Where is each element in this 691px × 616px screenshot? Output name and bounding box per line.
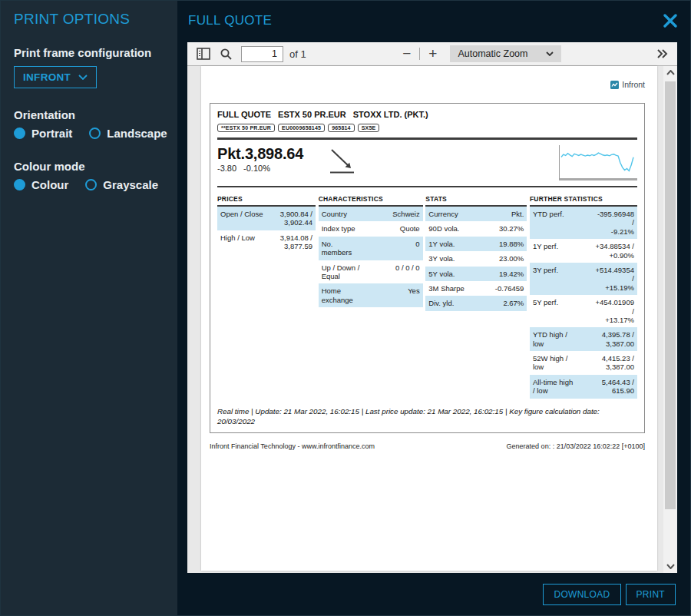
table-row: YTD high / low4,395.78 / 3,387.00 — [530, 327, 637, 351]
row-value: 4,395.78 / 3,387.00 — [602, 330, 634, 348]
column-header: FURTHER STATISTICS — [530, 193, 637, 207]
column-header: CHARACTERISTICS — [319, 193, 423, 207]
radio-colour-label: Colour — [31, 178, 68, 191]
zoom-out-icon[interactable]: − — [398, 47, 415, 61]
row-value: Yes — [408, 286, 420, 304]
table-row: 3Y vola.23.00% — [425, 251, 527, 266]
frame-config-value: INFRONT — [23, 71, 71, 83]
table-row: 5Y vola.19.42% — [425, 267, 527, 281]
row-value: 5,464.43 / 615.90 — [602, 378, 634, 396]
price-row: Pkt.3,898.64 -3.80 -0.10% — [217, 145, 637, 180]
table-row: YTD perf.-395.96948 / -9.21% — [530, 207, 637, 239]
table-row: 3Y perf.+514.49354 / +15.19% — [530, 263, 637, 295]
radio-portrait-label: Portrait — [31, 127, 72, 140]
change-percent: -0.10% — [243, 164, 270, 173]
download-button[interactable]: DOWNLOAD — [543, 584, 620, 605]
row-label: Div. yld. — [428, 299, 454, 307]
vertical-scrollbar[interactable] — [663, 66, 677, 573]
column-header: PRICES — [217, 193, 316, 207]
row-label: Open / Close — [220, 210, 263, 227]
quote-title-row: FULL QUOTE ESTX 50 PR.EUR STOXX LTD. (PK… — [217, 110, 637, 119]
down-trend-arrow-icon — [326, 147, 357, 175]
column-header: STATS — [425, 193, 527, 207]
symbol-chip: EU0009658145 — [278, 124, 325, 132]
radio-grayscale[interactable]: Grayscale — [85, 178, 158, 191]
table-row: 3M Sharpe-0.76459 — [425, 281, 527, 296]
row-value: -395.96948 / -9.21% — [597, 210, 634, 236]
frame-config-label: Print frame configuration — [14, 46, 164, 59]
row-label: No. members — [322, 240, 352, 257]
table-row: CountrySchweiz — [319, 207, 423, 221]
table-row: CurrencyPkt. — [425, 207, 527, 221]
row-label: Home exchange — [322, 286, 353, 304]
close-icon[interactable] — [663, 14, 677, 28]
brand-name: Infront — [622, 80, 645, 89]
symbol-chip: 965814 — [328, 124, 355, 132]
brand-row: Infront — [210, 80, 645, 89]
row-label: Country — [322, 210, 347, 218]
row-value: Quote — [400, 224, 420, 233]
search-icon[interactable] — [217, 45, 235, 63]
colour-mode-radio-group: Colour Grayscale — [14, 178, 164, 191]
sidebar-toggle-icon[interactable] — [194, 45, 213, 62]
row-label: YTD high / low — [533, 330, 567, 348]
row-label: 90D vola. — [428, 224, 459, 233]
row-label: All-time high / low — [533, 378, 573, 396]
change-absolute: -3.80 — [217, 164, 236, 173]
divider-rule — [217, 137, 637, 140]
row-label: YTD perf. — [533, 210, 564, 236]
chevron-down-icon — [78, 75, 88, 80]
row-value: -0.76459 — [495, 284, 524, 293]
chevron-down-icon — [546, 51, 554, 56]
row-label: Index type — [322, 224, 355, 233]
zoom-level-select[interactable]: Automatic Zoom — [450, 45, 561, 62]
symbol-chip: SX5E — [358, 124, 380, 132]
orientation-label: Orientation — [14, 108, 164, 121]
row-value: +34.88534 / +0.90% — [596, 242, 634, 260]
scroll-down-icon[interactable] — [663, 560, 677, 573]
price-sparkline — [559, 145, 637, 180]
sidebar-title: PRINT OPTIONS — [14, 11, 164, 28]
row-label: Up / Down / Equal — [322, 263, 360, 281]
scroll-up-icon[interactable] — [663, 66, 677, 79]
radio-landscape[interactable]: Landscape — [89, 127, 167, 140]
toolbar-more-icon[interactable] — [654, 47, 670, 61]
page-footer: Infront Financial Technology - www.infro… — [210, 442, 645, 450]
row-label: 3Y vola. — [428, 254, 455, 263]
row-value: Schweiz — [392, 210, 419, 218]
dialog-title: FULL QUOTE — [188, 13, 272, 28]
scrollbar-track[interactable] — [663, 79, 677, 560]
table-column: CHARACTERISTICSCountrySchweizIndex typeQ… — [319, 193, 423, 399]
row-value: 23.00% — [499, 254, 524, 263]
row-value: 4,415.23 / 3,387.00 — [602, 354, 634, 372]
radio-portrait[interactable]: Portrait — [14, 127, 72, 140]
row-label: 3Y perf. — [533, 266, 558, 292]
table-row: High / Low3,914.08 / 3,877.59 — [217, 230, 316, 254]
table-row: 52W high / low4,415.23 / 3,387.00 — [530, 351, 637, 375]
frame-config-dropdown[interactable]: INFRONT — [14, 66, 97, 88]
infront-logo-icon — [610, 81, 619, 89]
page-number-input[interactable] — [241, 46, 283, 62]
dialog-footer: DOWNLOAD PRINT — [177, 573, 690, 615]
table-row: 1Y perf.+34.88534 / +0.90% — [530, 239, 637, 263]
page-footer-company: Infront Financial Technology - www.infro… — [210, 442, 375, 450]
price-change: -3.80 -0.10% — [217, 164, 303, 173]
pdf-viewer-block: of 1 − + Automatic Zoom — [187, 42, 677, 573]
row-label: 52W high / low — [533, 354, 567, 372]
row-value: +454.01909 / +13.17% — [596, 298, 634, 324]
radio-grayscale-icon — [85, 179, 97, 190]
radio-colour-icon — [14, 179, 25, 190]
row-value: 3,900.84 / 3,902.44 — [280, 210, 312, 227]
radio-landscape-label: Landscape — [107, 127, 167, 140]
table-column: FURTHER STATISTICSYTD perf.-395.96948 / … — [530, 193, 637, 399]
print-button[interactable]: PRINT — [626, 584, 676, 605]
row-value: 2.67% — [503, 299, 524, 307]
row-value: 0 — [415, 240, 419, 257]
radio-grayscale-label: Grayscale — [103, 178, 158, 191]
row-label: 5Y vola. — [428, 270, 455, 278]
scrollbar-thumb[interactable] — [665, 81, 676, 509]
radio-colour[interactable]: Colour — [14, 178, 68, 191]
row-value: 0 / 0 / 0 — [395, 263, 420, 281]
last-price: Pkt.3,898.64 — [217, 145, 303, 163]
zoom-in-icon[interactable]: + — [425, 47, 441, 61]
